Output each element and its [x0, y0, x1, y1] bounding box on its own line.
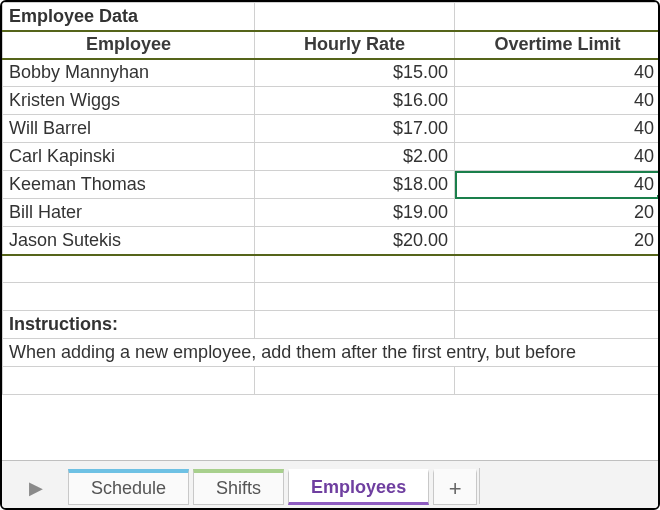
cell-empty[interactable]: [255, 367, 455, 395]
blank-row: [3, 283, 659, 311]
table-row: Jason Sutekis$20.0020: [3, 227, 659, 255]
cell-employee-name[interactable]: Kristen Wiggs: [3, 87, 255, 115]
blank-row: [3, 255, 659, 283]
instructions-label-row: Instructions:: [3, 311, 659, 339]
cell-hourly-rate[interactable]: $20.00: [255, 227, 455, 255]
employee-table: Employee Data Employee Hourly Rate Overt…: [2, 2, 658, 395]
cell-overtime-limit[interactable]: 20: [455, 227, 659, 255]
cell-overtime-limit[interactable]: 40: [455, 87, 659, 115]
cell-overtime-limit[interactable]: 40: [455, 59, 659, 87]
col-header-rate[interactable]: Hourly Rate: [255, 31, 455, 59]
instructions-text[interactable]: When adding a new employee, add them aft…: [3, 339, 659, 367]
cell-overtime-limit[interactable]: 20: [455, 199, 659, 227]
col-header-ot[interactable]: Overtime Limit: [455, 31, 659, 59]
tab-label: Shifts: [216, 478, 261, 499]
cell-empty[interactable]: [455, 283, 659, 311]
plus-icon: +: [449, 476, 462, 502]
cell-employee-name[interactable]: Bobby Mannyhan: [3, 59, 255, 87]
table-row: Keeman Thomas$18.0040: [3, 171, 659, 199]
cell-overtime-limit[interactable]: 40: [455, 115, 659, 143]
worksheet-area[interactable]: Employee Data Employee Hourly Rate Overt…: [2, 2, 658, 460]
table-row: Carl Kapinski$2.0040: [3, 143, 659, 171]
cell-employee-name[interactable]: Keeman Thomas: [3, 171, 255, 199]
tab-label: Employees: [311, 477, 406, 498]
cell-hourly-rate[interactable]: $2.00: [255, 143, 455, 171]
cell-hourly-rate[interactable]: $19.00: [255, 199, 455, 227]
cell-hourly-rate[interactable]: $16.00: [255, 87, 455, 115]
sheet-tab-bar: ▶ Schedule Shifts Employees +: [2, 460, 658, 508]
cell-overtime-limit[interactable]: 40: [455, 143, 659, 171]
cell-empty[interactable]: [3, 283, 255, 311]
title-row: Employee Data: [3, 3, 659, 31]
cell-employee-name[interactable]: Bill Hater: [3, 199, 255, 227]
tab-nav-button[interactable]: ▶: [6, 468, 66, 508]
tab-employees[interactable]: Employees: [288, 469, 429, 505]
table-row: Will Barrel$17.0040: [3, 115, 659, 143]
tab-add-sheet[interactable]: +: [433, 469, 477, 505]
tab-bar-spacer: [479, 468, 654, 504]
cell-empty[interactable]: [455, 255, 659, 283]
cell-employee-name[interactable]: Will Barrel: [3, 115, 255, 143]
cell-empty[interactable]: [255, 283, 455, 311]
cell-empty[interactable]: [455, 367, 659, 395]
cell-empty[interactable]: [255, 3, 455, 31]
page-title: Employee Data: [3, 3, 255, 31]
tab-shifts[interactable]: Shifts: [193, 469, 284, 505]
cell-hourly-rate[interactable]: $18.00: [255, 171, 455, 199]
cell-empty[interactable]: [255, 311, 455, 339]
tab-label: Schedule: [91, 478, 166, 499]
col-header-employee[interactable]: Employee: [3, 31, 255, 59]
table-row: Bobby Mannyhan$15.0040: [3, 59, 659, 87]
cell-empty[interactable]: [3, 367, 255, 395]
cell-employee-name[interactable]: Jason Sutekis: [3, 227, 255, 255]
cell-employee-name[interactable]: Carl Kapinski: [3, 143, 255, 171]
cell-empty[interactable]: [3, 255, 255, 283]
play-icon: ▶: [29, 477, 43, 499]
spreadsheet-window: Employee Data Employee Hourly Rate Overt…: [0, 0, 660, 510]
blank-row: [3, 367, 659, 395]
cell-hourly-rate[interactable]: $17.00: [255, 115, 455, 143]
instructions-label[interactable]: Instructions:: [3, 311, 255, 339]
cell-empty[interactable]: [455, 311, 659, 339]
table-row: Kristen Wiggs$16.0040: [3, 87, 659, 115]
tab-schedule[interactable]: Schedule: [68, 469, 189, 505]
cell-hourly-rate[interactable]: $15.00: [255, 59, 455, 87]
instructions-text-row: When adding a new employee, add them aft…: [3, 339, 659, 367]
table-header-row: Employee Hourly Rate Overtime Limit: [3, 31, 659, 59]
cell-empty[interactable]: [455, 3, 659, 31]
cell-overtime-limit[interactable]: 40: [455, 171, 659, 199]
cell-empty[interactable]: [255, 255, 455, 283]
table-row: Bill Hater$19.0020: [3, 199, 659, 227]
